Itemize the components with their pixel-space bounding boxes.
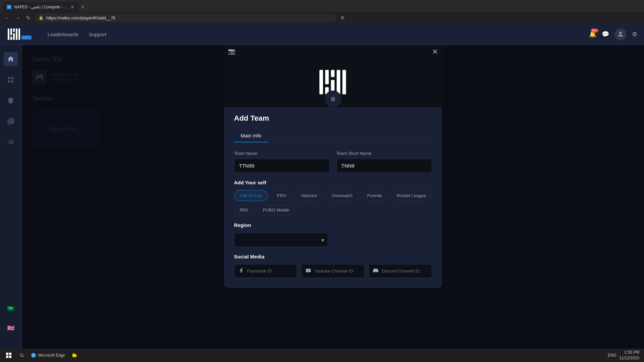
svg-rect-14 [6, 353, 8, 355]
svg-rect-3 [13, 28, 15, 32]
forward-button[interactable]: → [14, 13, 22, 22]
taskbar-time: 1:55 PM 11/12/2023 [619, 350, 639, 361]
notification-badge: 99+ [591, 28, 598, 33]
svg-rect-13 [342, 70, 346, 95]
messages-icon[interactable]: 💬 [602, 31, 609, 38]
modal-tabs: Main Info [234, 129, 432, 142]
svg-rect-0 [8, 28, 9, 40]
youtube-input-group [301, 264, 365, 278]
svg-rect-2 [10, 37, 12, 40]
nav-leaderboards[interactable]: Leaderboards [48, 32, 79, 37]
game-tag-rocket-league[interactable]: Rocket League [391, 190, 432, 201]
url-text: https://nafes.com/player/Khalid__7ll [46, 15, 115, 20]
region-label: Region [234, 222, 432, 228]
lock-icon: 🔒 [39, 15, 44, 20]
nav-links: Leaderboards Support [48, 32, 106, 37]
game-tag-valorant[interactable]: Valorant [295, 190, 322, 201]
discord-input-group [369, 264, 432, 278]
modal-body: Add Team Main Info Team Name [224, 107, 442, 288]
modal-team-avatar: ⊞ [325, 90, 341, 107]
add-team-modal: 📷 ✕ [224, 45, 442, 288]
team-short-name-group: Team Short Name [336, 151, 432, 173]
team-short-name-label: Team Short Name [336, 151, 432, 156]
taskbar-search[interactable] [17, 350, 27, 361]
taskbar-right: ENG 1:55 PM 11/12/2023 [608, 350, 642, 361]
svg-rect-4 [13, 33, 15, 40]
main-content: 🇸🇦 🇬🇧 Game IDs 🎮 PlayStation ID SilenTs [0, 45, 644, 362]
youtube-channel-id-input[interactable] [314, 264, 360, 278]
notification-bell[interactable]: 🔔 99+ [589, 31, 596, 38]
game-tag-cod[interactable]: Call of Duty [234, 190, 268, 201]
logo-icon [7, 27, 21, 42]
start-button[interactable] [2, 350, 15, 361]
discord-icon [373, 268, 378, 275]
facebook-id-input[interactable] [247, 264, 293, 278]
sidebar-item-book[interactable] [4, 114, 18, 128]
discord-channel-id-input[interactable] [382, 264, 428, 278]
back-button[interactable]: ← [3, 13, 11, 22]
region-section: Region Saudi Arabia UAE Kuwait Qatar ▾ [234, 222, 432, 247]
svg-rect-8 [325, 70, 329, 84]
svg-rect-10 [331, 70, 334, 77]
settings-icon[interactable]: ⚙ [632, 31, 637, 38]
modal-overlay: 📷 ✕ [22, 45, 644, 362]
sidebar: 🇸🇦 🇬🇧 [0, 45, 22, 362]
tab-close-button[interactable]: ✕ [70, 4, 74, 10]
user-avatar[interactable] [614, 28, 627, 40]
tab-main-info[interactable]: Main Info [234, 129, 268, 142]
social-media-row [234, 264, 432, 278]
beta-badge: BETA [21, 36, 32, 40]
browser-chrome: N NAFES - نافس | Compete - Khali... ✕ + … [0, 0, 644, 23]
svg-rect-5 [16, 28, 17, 40]
game-tag-fifa[interactable]: FIFA [271, 190, 292, 201]
facebook-icon [238, 268, 244, 275]
team-name-group: Team Name [234, 151, 330, 173]
logo-area: BETA [7, 27, 34, 42]
team-name-input[interactable] [234, 159, 330, 173]
team-name-row: Team Name Team Short Name [234, 151, 432, 173]
taskbar-edge[interactable]: Microsoft Edge [28, 350, 68, 361]
social-media-label: Social Media [234, 254, 432, 259]
active-tab[interactable]: N NAFES - نافس | Compete - Khali... ✕ [3, 2, 78, 12]
svg-rect-17 [9, 356, 11, 358]
tab-title: NAFES - نافس | Compete - Khali... [14, 5, 68, 9]
facebook-input-group [234, 264, 298, 278]
top-nav: BETA Leaderboards Support 🔔 99+ 💬 ⚙ [0, 23, 644, 45]
game-tag-fortnite[interactable]: Fortnite [362, 190, 388, 201]
modal-header: 📷 ✕ [224, 45, 442, 107]
sidebar-item-uk-flag[interactable]: 🇬🇧 [4, 321, 18, 335]
page-content: Game IDs 🎮 PlayStation ID SilenTstepS#7.… [22, 45, 644, 362]
taskbar-language: ENG [608, 353, 616, 358]
new-tab-button[interactable]: + [78, 2, 89, 12]
team-short-name-input[interactable] [336, 159, 432, 173]
sidebar-item-list[interactable] [4, 135, 18, 149]
browser-addressbar: ← → ↻ 🔒 https://nafes.com/player/Khalid_… [0, 12, 644, 23]
url-bar[interactable]: 🔒 https://nafes.com/player/Khalid__7ll [35, 13, 336, 22]
extensions-button[interactable]: ⚙ [339, 14, 346, 22]
svg-rect-16 [6, 356, 8, 358]
add-yourself-label: Add Your self [234, 180, 432, 185]
sidebar-item-flag[interactable]: 🇸🇦 [4, 302, 18, 316]
svg-rect-15 [9, 353, 11, 355]
sidebar-item-shield[interactable] [4, 94, 18, 108]
nav-support[interactable]: Support [89, 32, 106, 37]
modal-logo: ⊞ [316, 65, 350, 107]
sidebar-item-home[interactable] [4, 52, 18, 66]
modal-close-button[interactable]: ✕ [432, 48, 438, 56]
camera-icon[interactable]: 📷 [228, 48, 235, 55]
svg-rect-6 [18, 28, 20, 40]
svg-rect-7 [319, 70, 323, 95]
taskbar: Microsoft Edge ENG 1:55 PM 11/12/2023 [0, 349, 644, 362]
taskbar-explorer[interactable] [69, 350, 80, 361]
game-tag-r6s[interactable]: R6S [234, 204, 254, 216]
app-wrapper: BETA Leaderboards Support 🔔 99+ 💬 ⚙ [0, 23, 644, 362]
sidebar-item-grid[interactable] [4, 73, 18, 87]
modal-title: Add Team [234, 114, 432, 123]
game-tag-pubg[interactable]: PUBG Mobile [257, 204, 295, 216]
region-select[interactable]: Saudi Arabia UAE Kuwait Qatar [234, 233, 328, 247]
game-tag-overwatch[interactable]: Overwatch [326, 190, 358, 201]
reload-button[interactable]: ↻ [25, 13, 32, 22]
social-media-section: Social Media [234, 254, 432, 278]
svg-rect-1 [10, 28, 12, 35]
game-tags: Call of Duty FIFA Valorant Overwatch For… [234, 190, 432, 216]
